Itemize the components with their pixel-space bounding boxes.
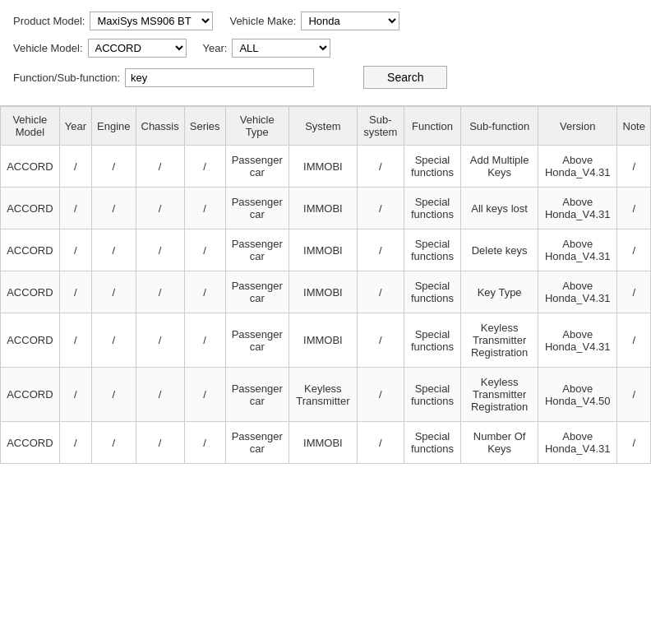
table-cell: Special functions — [404, 313, 461, 368]
table-row: ACCORD////Passenger carIMMOBI/Special fu… — [1, 188, 651, 229]
table-header-row: Vehicle Model Year Engine Chassis Series… — [1, 107, 651, 146]
function-label: Function/Sub-function: — [13, 72, 120, 84]
table-cell: Number Of Keys — [461, 422, 538, 464]
col-vehicle-type: Vehicle Type — [225, 107, 289, 146]
table-cell: Special functions — [404, 271, 461, 313]
table-cell: / — [136, 188, 184, 229]
year-select[interactable]: ALL — [232, 39, 330, 58]
table-cell: Above Honda_V4.31 — [538, 271, 617, 313]
top-section: Product Model: MaxiSys MS906 BT Vehicle … — [0, 0, 651, 106]
table-cell: / — [59, 313, 91, 368]
form-row-1: Product Model: MaxiSys MS906 BT Vehicle … — [13, 12, 638, 30]
table-cell: / — [617, 271, 651, 313]
search-button[interactable]: Search — [363, 66, 447, 89]
col-chassis: Chassis — [136, 107, 184, 146]
table-container: Vehicle Model Year Engine Chassis Series… — [0, 106, 651, 464]
table-cell: Special functions — [404, 422, 461, 464]
table-cell: Above Honda_V4.31 — [538, 422, 617, 464]
table-cell: / — [59, 229, 91, 271]
table-cell: ACCORD — [1, 188, 60, 229]
table-cell: / — [184, 188, 225, 229]
vehicle-model-group: Vehicle Model: ACCORD — [13, 39, 187, 58]
product-model-group: Product Model: MaxiSys MS906 BT — [13, 12, 213, 30]
col-series: Series — [184, 107, 225, 146]
table-row: ACCORD////Passenger carIMMOBI/Special fu… — [1, 271, 651, 313]
table-cell: / — [617, 146, 651, 188]
table-cell: / — [184, 271, 225, 313]
table-cell: / — [92, 271, 136, 313]
table-cell: IMMOBI — [289, 313, 357, 368]
year-label: Year: — [203, 42, 228, 54]
table-cell: / — [136, 229, 184, 271]
table-cell: / — [136, 422, 184, 464]
table-cell: / — [357, 422, 404, 464]
table-cell: Add Multiple Keys — [461, 146, 538, 188]
table-cell: / — [357, 313, 404, 368]
table-row: ACCORD////Passenger carIMMOBI/Special fu… — [1, 229, 651, 271]
table-cell: / — [357, 271, 404, 313]
table-cell: Special functions — [404, 368, 461, 422]
table-cell: / — [357, 229, 404, 271]
vehicle-model-label: Vehicle Model: — [13, 42, 83, 54]
table-cell: / — [184, 368, 225, 422]
function-input[interactable] — [125, 68, 314, 87]
table-cell: Special functions — [404, 146, 461, 188]
table-cell: Passenger car — [225, 271, 289, 313]
product-model-select[interactable]: MaxiSys MS906 BT — [90, 12, 213, 30]
table-cell: / — [617, 229, 651, 271]
table-cell: Passenger car — [225, 313, 289, 368]
col-function: Function — [404, 107, 461, 146]
year-group: Year: ALL — [203, 39, 331, 58]
table-cell: ACCORD — [1, 146, 60, 188]
table-cell: / — [184, 313, 225, 368]
table-cell: / — [184, 422, 225, 464]
table-cell: Above Honda_V4.31 — [538, 313, 617, 368]
table-cell: / — [617, 313, 651, 368]
product-model-label: Product Model: — [13, 15, 85, 27]
table-cell: / — [184, 146, 225, 188]
table-cell: Above Honda_V4.31 — [538, 229, 617, 271]
table-cell: / — [357, 368, 404, 422]
table-cell: Special functions — [404, 188, 461, 229]
table-cell: IMMOBI — [289, 188, 357, 229]
table-cell: IMMOBI — [289, 422, 357, 464]
form-row-3: Function/Sub-function: Search — [13, 66, 638, 89]
table-cell: ACCORD — [1, 229, 60, 271]
table-cell: / — [59, 146, 91, 188]
col-note: Note — [617, 107, 651, 146]
table-row: ACCORD////Passenger carIMMOBI/Special fu… — [1, 313, 651, 368]
table-cell: / — [92, 188, 136, 229]
table-cell: Above Honda_V4.50 — [538, 368, 617, 422]
table-cell: / — [184, 229, 225, 271]
table-cell: Passenger car — [225, 188, 289, 229]
vehicle-model-select[interactable]: ACCORD — [88, 39, 187, 58]
col-system: System — [289, 107, 357, 146]
table-cell: ACCORD — [1, 422, 60, 464]
table-cell: / — [357, 146, 404, 188]
table-cell: / — [617, 368, 651, 422]
table-cell: / — [59, 271, 91, 313]
col-engine: Engine — [92, 107, 136, 146]
table-cell: / — [136, 313, 184, 368]
vehicle-make-label: Vehicle Make: — [229, 15, 296, 27]
table-cell: / — [617, 188, 651, 229]
table-cell: Keyless Transmitter Registration — [461, 368, 538, 422]
table-cell: / — [92, 313, 136, 368]
table-cell: / — [92, 422, 136, 464]
col-subsystem: Sub-system — [357, 107, 404, 146]
vehicle-make-group: Vehicle Make: Honda — [229, 12, 399, 30]
table-cell: Key Type — [461, 271, 538, 313]
table-cell: All keys lost — [461, 188, 538, 229]
table-cell: Passenger car — [225, 368, 289, 422]
table-cell: IMMOBI — [289, 271, 357, 313]
table-cell: ACCORD — [1, 368, 60, 422]
table-cell: Passenger car — [225, 146, 289, 188]
col-version: Version — [538, 107, 617, 146]
table-cell: Passenger car — [225, 422, 289, 464]
table-row: ACCORD////Passenger carIMMOBI/Special fu… — [1, 422, 651, 464]
results-table: Vehicle Model Year Engine Chassis Series… — [0, 106, 651, 464]
vehicle-make-select[interactable]: Honda — [301, 12, 399, 30]
table-cell: / — [136, 368, 184, 422]
table-row: ACCORD////Passenger carKeyless Transmitt… — [1, 368, 651, 422]
form-row-2: Vehicle Model: ACCORD Year: ALL — [13, 39, 638, 58]
